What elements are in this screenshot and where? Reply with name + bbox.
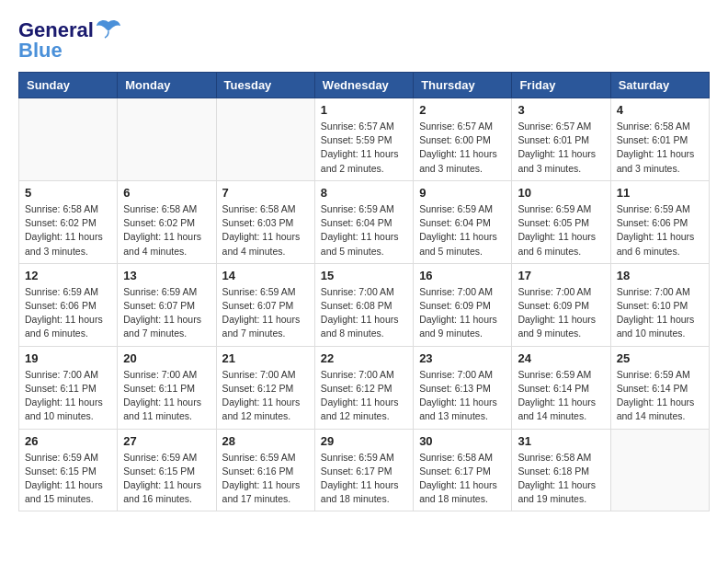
calendar-cell: 24Sunrise: 6:59 AM Sunset: 6:14 PM Dayli… [512, 346, 610, 429]
day-info: Sunrise: 7:00 AM Sunset: 6:13 PM Dayligh… [419, 368, 506, 424]
day-number: 30 [419, 434, 506, 448]
weekday-header: Monday [118, 73, 216, 98]
calendar-week-row: 19Sunrise: 7:00 AM Sunset: 6:11 PM Dayli… [19, 346, 710, 429]
day-number: 8 [321, 186, 407, 200]
calendar-cell: 10Sunrise: 6:59 AM Sunset: 6:05 PM Dayli… [512, 180, 610, 263]
day-number: 1 [321, 103, 407, 117]
day-info: Sunrise: 6:59 AM Sunset: 6:05 PM Dayligh… [518, 202, 604, 259]
day-number: 31 [518, 434, 604, 448]
day-info: Sunrise: 6:57 AM Sunset: 6:01 PM Dayligh… [518, 120, 604, 176]
calendar-week-row: 12Sunrise: 6:59 AM Sunset: 6:06 PM Dayli… [19, 263, 710, 346]
calendar-cell: 23Sunrise: 7:00 AM Sunset: 6:13 PM Dayli… [414, 346, 512, 429]
day-number: 9 [419, 186, 506, 200]
day-info: Sunrise: 6:58 AM Sunset: 6:02 PM Dayligh… [123, 202, 210, 259]
calendar-cell: 15Sunrise: 7:00 AM Sunset: 6:08 PM Dayli… [314, 263, 413, 346]
day-info: Sunrise: 6:59 AM Sunset: 6:14 PM Dayligh… [617, 368, 703, 424]
calendar-cell: 7Sunrise: 6:58 AM Sunset: 6:03 PM Daylig… [216, 180, 314, 263]
day-number: 7 [222, 186, 309, 200]
day-info: Sunrise: 6:59 AM Sunset: 6:15 PM Dayligh… [25, 451, 111, 507]
calendar-cell [610, 429, 709, 511]
day-info: Sunrise: 6:59 AM Sunset: 6:16 PM Dayligh… [222, 451, 309, 507]
day-info: Sunrise: 6:57 AM Sunset: 5:59 PM Dayligh… [321, 120, 407, 176]
day-number: 4 [617, 103, 703, 117]
weekday-header: Thursday [414, 73, 512, 98]
day-number: 21 [222, 351, 309, 365]
calendar-cell: 8Sunrise: 6:59 AM Sunset: 6:04 PM Daylig… [314, 180, 413, 263]
day-info: Sunrise: 6:58 AM Sunset: 6:03 PM Dayligh… [222, 202, 309, 259]
day-number: 28 [222, 434, 309, 448]
calendar-cell: 18Sunrise: 7:00 AM Sunset: 6:10 PM Dayli… [610, 263, 709, 346]
calendar-cell: 28Sunrise: 6:59 AM Sunset: 6:16 PM Dayli… [216, 429, 314, 511]
calendar-cell: 30Sunrise: 6:58 AM Sunset: 6:17 PM Dayli… [414, 429, 512, 511]
calendar-cell: 17Sunrise: 7:00 AM Sunset: 6:09 PM Dayli… [512, 263, 610, 346]
calendar-cell: 3Sunrise: 6:57 AM Sunset: 6:01 PM Daylig… [512, 98, 610, 181]
day-info: Sunrise: 6:59 AM Sunset: 6:04 PM Dayligh… [321, 202, 407, 259]
calendar-cell: 6Sunrise: 6:58 AM Sunset: 6:02 PM Daylig… [118, 180, 216, 263]
day-number: 5 [25, 186, 111, 200]
day-number: 16 [419, 269, 506, 282]
day-number: 24 [518, 351, 604, 365]
calendar-cell: 13Sunrise: 6:59 AM Sunset: 6:07 PM Dayli… [118, 263, 216, 346]
day-info: Sunrise: 7:00 AM Sunset: 6:11 PM Dayligh… [123, 368, 210, 424]
weekday-header: Saturday [610, 73, 709, 98]
day-info: Sunrise: 6:59 AM Sunset: 6:07 PM Dayligh… [222, 285, 309, 341]
calendar-cell: 20Sunrise: 7:00 AM Sunset: 6:11 PM Dayli… [118, 346, 216, 429]
calendar-header-row: SundayMondayTuesdayWednesdayThursdayFrid… [19, 73, 710, 98]
calendar-cell: 5Sunrise: 6:58 AM Sunset: 6:02 PM Daylig… [19, 180, 118, 263]
day-info: Sunrise: 7:00 AM Sunset: 6:12 PM Dayligh… [222, 368, 309, 424]
calendar-cell: 14Sunrise: 6:59 AM Sunset: 6:07 PM Dayli… [216, 263, 314, 346]
day-number: 14 [222, 269, 309, 282]
day-number: 27 [123, 434, 210, 448]
day-number: 25 [617, 351, 703, 365]
calendar-cell: 12Sunrise: 6:59 AM Sunset: 6:06 PM Dayli… [19, 263, 118, 346]
day-info: Sunrise: 6:57 AM Sunset: 6:00 PM Dayligh… [419, 120, 506, 176]
day-info: Sunrise: 6:59 AM Sunset: 6:17 PM Dayligh… [321, 451, 407, 507]
day-info: Sunrise: 6:58 AM Sunset: 6:17 PM Dayligh… [419, 451, 506, 507]
weekday-header: Tuesday [216, 73, 314, 98]
day-info: Sunrise: 6:59 AM Sunset: 6:07 PM Dayligh… [123, 285, 210, 341]
logo-blue: Blue [18, 39, 63, 63]
calendar-cell: 31Sunrise: 6:58 AM Sunset: 6:18 PM Dayli… [512, 429, 610, 511]
calendar-cell: 29Sunrise: 6:59 AM Sunset: 6:17 PM Dayli… [314, 429, 413, 511]
day-number: 20 [123, 351, 210, 365]
day-number: 22 [321, 351, 407, 365]
weekday-header: Sunday [19, 73, 118, 98]
day-info: Sunrise: 6:58 AM Sunset: 6:01 PM Dayligh… [617, 120, 703, 176]
day-number: 12 [25, 269, 111, 282]
day-number: 6 [123, 186, 210, 200]
logo: General Blue [18, 18, 121, 63]
day-info: Sunrise: 6:59 AM Sunset: 6:15 PM Dayligh… [123, 451, 210, 507]
day-number: 23 [419, 351, 506, 365]
calendar-cell: 27Sunrise: 6:59 AM Sunset: 6:15 PM Dayli… [118, 429, 216, 511]
day-number: 10 [518, 186, 604, 200]
calendar-week-row: 26Sunrise: 6:59 AM Sunset: 6:15 PM Dayli… [19, 429, 710, 511]
weekday-header: Friday [512, 73, 610, 98]
day-info: Sunrise: 6:59 AM Sunset: 6:06 PM Dayligh… [25, 285, 111, 341]
day-info: Sunrise: 6:58 AM Sunset: 6:02 PM Dayligh… [25, 202, 111, 259]
calendar-cell: 26Sunrise: 6:59 AM Sunset: 6:15 PM Dayli… [19, 429, 118, 511]
calendar-cell: 2Sunrise: 6:57 AM Sunset: 6:00 PM Daylig… [414, 98, 512, 181]
day-number: 13 [123, 269, 210, 282]
calendar-cell: 22Sunrise: 7:00 AM Sunset: 6:12 PM Dayli… [314, 346, 413, 429]
day-info: Sunrise: 7:00 AM Sunset: 6:12 PM Dayligh… [321, 368, 407, 424]
logo-bird-icon [96, 18, 121, 42]
day-number: 18 [617, 269, 703, 282]
calendar-cell: 21Sunrise: 7:00 AM Sunset: 6:12 PM Dayli… [216, 346, 314, 429]
day-info: Sunrise: 7:00 AM Sunset: 6:10 PM Dayligh… [617, 285, 703, 341]
day-number: 2 [419, 103, 506, 117]
calendar-cell: 25Sunrise: 6:59 AM Sunset: 6:14 PM Dayli… [610, 346, 709, 429]
weekday-header: Wednesday [314, 73, 413, 98]
day-info: Sunrise: 7:00 AM Sunset: 6:09 PM Dayligh… [419, 285, 506, 341]
calendar-cell: 4Sunrise: 6:58 AM Sunset: 6:01 PM Daylig… [610, 98, 709, 181]
day-number: 15 [321, 269, 407, 282]
day-number: 17 [518, 269, 604, 282]
day-info: Sunrise: 6:59 AM Sunset: 6:04 PM Dayligh… [419, 202, 506, 259]
calendar-week-row: 1Sunrise: 6:57 AM Sunset: 5:59 PM Daylig… [19, 98, 710, 181]
day-number: 29 [321, 434, 407, 448]
calendar-cell [118, 98, 216, 181]
day-info: Sunrise: 7:00 AM Sunset: 6:09 PM Dayligh… [518, 285, 604, 341]
calendar-cell [216, 98, 314, 181]
calendar-cell: 11Sunrise: 6:59 AM Sunset: 6:06 PM Dayli… [610, 180, 709, 263]
calendar-cell: 9Sunrise: 6:59 AM Sunset: 6:04 PM Daylig… [414, 180, 512, 263]
calendar-cell: 19Sunrise: 7:00 AM Sunset: 6:11 PM Dayli… [19, 346, 118, 429]
